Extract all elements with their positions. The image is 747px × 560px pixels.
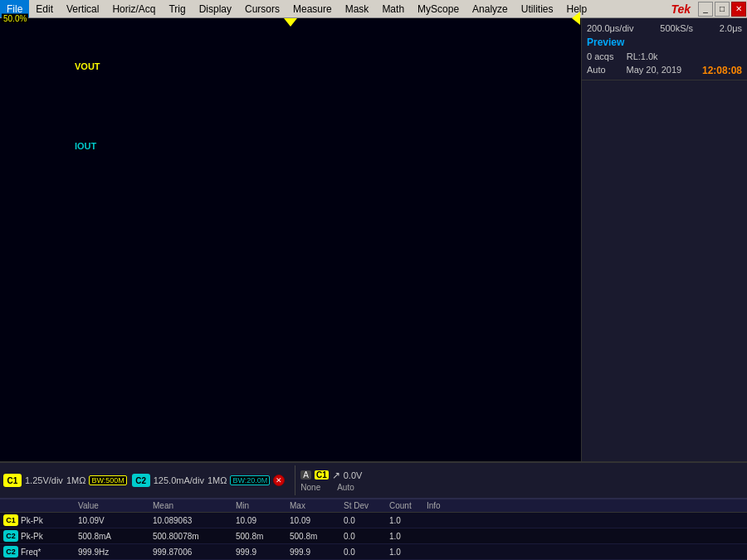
trigger-edge-icon: ↗ xyxy=(332,470,340,481)
row0-type-label: Pk-Pk xyxy=(21,516,43,525)
ch1-coupling: 1MΩ xyxy=(66,475,86,485)
row1-info xyxy=(423,534,456,538)
row1-ch-badge: C2 xyxy=(3,530,18,542)
header-type xyxy=(0,499,75,512)
maximize-button[interactable]: □ xyxy=(715,2,730,17)
record-length: 2.0μs xyxy=(720,23,742,33)
row1-stdev: 0.0 xyxy=(340,530,386,543)
trigger-mode: None xyxy=(300,483,320,492)
ch1-block: C1 1.25V/div 1MΩ BW:500M xyxy=(3,474,127,487)
measurement-header: Value Mean Min Max St Dev Count Info xyxy=(0,499,747,513)
menu-math[interactable]: Math xyxy=(375,0,411,17)
row1-type-label: Pk-Pk xyxy=(21,532,43,541)
ch2-block: C2 125.0mA/div 1MΩ BW:20.0M ✕ xyxy=(132,474,286,487)
header-stdev: St Dev xyxy=(340,499,386,512)
timebase-scale: 200.0μs/div xyxy=(587,23,633,33)
row0-mean: 10.089063 xyxy=(149,514,232,527)
ch1-badge[interactable]: C1 xyxy=(3,474,22,487)
preview-label: Preview xyxy=(587,37,742,48)
row0-type: C1 Pk-Pk xyxy=(0,513,75,528)
ch2-coupling: 1MΩ xyxy=(208,475,227,485)
row1-value: 500.8mA xyxy=(75,530,149,543)
trigger-position-percent: 50.0% xyxy=(2,14,28,23)
ch1-bw[interactable]: BW:500M xyxy=(89,475,126,485)
row2-min: 999.9 xyxy=(232,546,286,558)
time-position-indicator xyxy=(284,18,297,27)
row0-max: 10.09 xyxy=(286,514,340,527)
row0-stdev: 0.0 xyxy=(340,514,386,527)
trigger-status: Auto xyxy=(337,483,354,492)
meas-row-0: C1 Pk-Pk 10.09V 10.089063 10.09 10.09 0.… xyxy=(0,513,747,528)
menu-display[interactable]: Display xyxy=(193,0,238,17)
tek-logo: Tek xyxy=(664,2,697,16)
row2-type-label: Freq* xyxy=(21,548,41,557)
header-value: Value xyxy=(75,499,149,512)
acqs-count: 0 acqs xyxy=(587,51,613,61)
measurement-table: Value Mean Min Max St Dev Count Info C1 … xyxy=(0,498,747,560)
menu-bar: File Edit Vertical Horiz/Acq Trig Displa… xyxy=(0,0,747,18)
trigger-badge: A xyxy=(300,470,311,480)
menu-vertical[interactable]: Vertical xyxy=(60,0,105,17)
ch2-scale: 125.0mA/div xyxy=(154,475,204,485)
scope-area: 50.0% VOUT IOUT xyxy=(0,18,747,461)
ch1-scale: 1.25V/div xyxy=(25,475,63,485)
right-panel: 200.0μs/div 500kS/s 2.0μs Preview 0 acqs… xyxy=(581,18,747,461)
row1-count: 1.0 xyxy=(386,530,423,543)
timebase-row1: 200.0μs/div 500kS/s 2.0μs xyxy=(587,22,742,35)
trigger-ch-badge: C1 xyxy=(315,470,329,480)
row0-ch-badge: C1 xyxy=(3,514,18,526)
menu-horiz-acq[interactable]: Horiz/Acq xyxy=(105,0,162,17)
iout-label: IOUT xyxy=(75,141,96,151)
row2-count: 1.0 xyxy=(386,546,423,558)
time-display: 12:08:08 xyxy=(702,65,742,76)
acqs-info: 0 acqs RL:1.0k xyxy=(587,51,742,61)
row1-max: 500.8m xyxy=(286,530,340,543)
row0-value: 10.09V xyxy=(75,514,149,527)
ch2-close-button[interactable]: ✕ xyxy=(273,475,285,486)
close-button[interactable]: ✕ xyxy=(731,2,746,17)
meas-row-1: C2 Pk-Pk 500.8mA 500.80078m 500.8m 500.8… xyxy=(0,528,747,544)
meas-row-2: C2 Freq* 999.9Hz 999.87006 999.9 999.9 0… xyxy=(0,544,747,560)
trigger-level: 0.0V xyxy=(344,470,363,480)
menu-trig[interactable]: Trig xyxy=(162,0,192,17)
row1-mean: 500.80078m xyxy=(149,530,232,543)
menu-edit[interactable]: Edit xyxy=(29,0,60,17)
header-max: Max xyxy=(286,499,340,512)
header-mean: Mean xyxy=(149,499,232,512)
channel-info-bar: C1 1.25V/div 1MΩ BW:500M C2 125.0mA/div … xyxy=(0,461,747,498)
main-layout: 50.0% VOUT IOUT xyxy=(0,18,747,560)
ch2-bw[interactable]: BW:20.0M xyxy=(230,475,270,485)
header-min: Min xyxy=(232,499,286,512)
date-display: May 20, 2019 xyxy=(626,65,681,76)
trigger-top-row: A C1 ↗ 0.0V xyxy=(300,470,362,481)
auto-mode: Auto xyxy=(587,65,606,76)
vout-label: VOUT xyxy=(75,61,100,71)
menu-analyze[interactable]: Analyze xyxy=(466,0,515,17)
scope-outer: 50.0% VOUT IOUT xyxy=(0,18,581,461)
menu-cursors[interactable]: Cursors xyxy=(238,0,286,17)
sample-rate: 500kS/s xyxy=(660,23,693,33)
row1-min: 500.8m xyxy=(232,530,286,543)
row0-info xyxy=(423,519,456,522)
row2-ch-badge: C2 xyxy=(3,546,18,558)
menu-mask[interactable]: Mask xyxy=(339,0,376,17)
divider xyxy=(295,465,295,495)
menu-measure[interactable]: Measure xyxy=(286,0,339,17)
menu-utilities[interactable]: Utilities xyxy=(515,0,560,17)
rl-value: RL:1.0k xyxy=(627,51,658,61)
header-count: Count xyxy=(386,499,423,512)
ch2-badge[interactable]: C2 xyxy=(132,474,150,487)
row2-stdev: 0.0 xyxy=(340,546,386,558)
minimize-button[interactable]: _ xyxy=(698,2,713,17)
trigger-block: A C1 ↗ 0.0V None Auto xyxy=(300,470,362,492)
row2-info xyxy=(423,550,456,553)
auto-time-row: Auto May 20, 2019 12:08:08 xyxy=(587,65,742,76)
header-info: Info xyxy=(423,499,456,512)
menu-myscope[interactable]: MyScope xyxy=(411,0,466,17)
row2-value: 999.9Hz xyxy=(75,546,149,558)
row0-min: 10.09 xyxy=(232,514,286,527)
right-top-panel: 200.0μs/div 500kS/s 2.0μs Preview 0 acqs… xyxy=(582,18,747,80)
row0-count: 1.0 xyxy=(386,514,423,527)
trigger-arrow-right xyxy=(572,12,580,25)
row2-mean: 999.87006 xyxy=(149,546,232,558)
